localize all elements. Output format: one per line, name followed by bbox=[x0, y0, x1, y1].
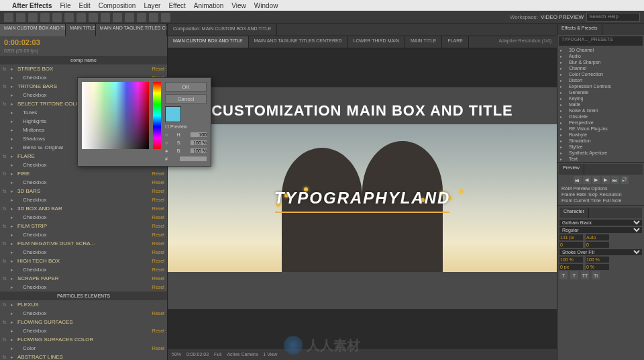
property-value[interactable]: Reset bbox=[138, 206, 164, 211]
project-tab-1[interactable]: MAIN TITLE bbox=[66, 24, 96, 36]
effect-category[interactable]: ▸Obsolete bbox=[557, 114, 644, 120]
font-size-input[interactable] bbox=[559, 234, 583, 240]
twirl-icon[interactable]: ▸ bbox=[11, 232, 17, 238]
bright-input[interactable] bbox=[191, 148, 207, 153]
timecode-display[interactable]: 0:00:02:03 bbox=[0, 36, 167, 48]
last-frame-button[interactable]: ⏭ bbox=[611, 176, 619, 184]
twirl-icon[interactable]: ▸ bbox=[11, 302, 17, 308]
twirl-icon[interactable]: ▸ bbox=[11, 250, 17, 255]
twirl-icon[interactable]: ▸ bbox=[11, 163, 17, 168]
clone-tool-icon[interactable] bbox=[125, 13, 134, 22]
property-name[interactable]: Checkbox bbox=[17, 232, 138, 238]
property-name[interactable]: FIRE bbox=[17, 171, 138, 177]
property-name[interactable]: 3D BARS bbox=[17, 188, 138, 194]
property-name[interactable]: STRIPES BOX bbox=[17, 66, 138, 72]
help-search-input[interactable]: Search Help bbox=[586, 13, 640, 21]
twirl-icon[interactable]: ▸ bbox=[11, 101, 17, 107]
roto-tool-icon[interactable] bbox=[149, 13, 158, 22]
property-value[interactable]: Reset bbox=[138, 285, 164, 289]
twirl-icon[interactable]: ▸ bbox=[11, 75, 17, 81]
twirl-icon[interactable]: ▸ bbox=[11, 267, 17, 273]
tsume-input[interactable] bbox=[586, 264, 609, 270]
property-name[interactable]: Checkbox bbox=[17, 179, 138, 185]
twirl-icon[interactable]: ▸ bbox=[11, 285, 17, 290]
twirl-icon[interactable]: ▸ bbox=[11, 224, 17, 229]
property-value[interactable]: Reset bbox=[138, 180, 164, 185]
effects-search-input[interactable]: TYPOGRA..._PRESETS bbox=[559, 36, 643, 46]
preview-checkbox[interactable]: ☐ Preview bbox=[165, 124, 207, 130]
ok-button[interactable]: OK bbox=[165, 82, 207, 92]
effect-category[interactable]: ▸Matte bbox=[557, 101, 644, 107]
twirl-icon[interactable]: ▸ bbox=[11, 189, 17, 194]
effect-category[interactable]: ▸Keying bbox=[557, 95, 644, 101]
zoom-tool-icon[interactable] bbox=[28, 13, 38, 22]
kerning-input[interactable] bbox=[559, 242, 583, 248]
twirl-icon[interactable]: ▸ bbox=[11, 128, 17, 133]
property-name[interactable]: Checkbox bbox=[17, 267, 138, 273]
property-value[interactable]: Reset bbox=[138, 189, 164, 193]
twirl-icon[interactable]: ▸ bbox=[11, 93, 17, 98]
type-tool-icon[interactable] bbox=[101, 13, 110, 22]
viewport-timecode[interactable]: 0:00:02:03 bbox=[186, 352, 209, 357]
selection-tool-icon[interactable] bbox=[4, 13, 13, 22]
property-value[interactable]: Reset bbox=[138, 197, 164, 202]
effect-category[interactable]: ▸Distort bbox=[557, 77, 644, 83]
twirl-icon[interactable]: ▸ bbox=[11, 119, 17, 124]
comp-tab-2[interactable]: LOWER THIRD MAIN bbox=[348, 36, 405, 48]
caps-button[interactable]: TT bbox=[581, 271, 589, 279]
property-value[interactable]: Reset bbox=[138, 224, 164, 228]
twirl-icon[interactable]: ▸ bbox=[11, 136, 17, 142]
twirl-icon[interactable]: ▸ bbox=[11, 215, 17, 220]
menu-layer[interactable]: Layer bbox=[144, 2, 160, 9]
hex-input[interactable] bbox=[180, 156, 207, 161]
effect-category[interactable]: ▸Text bbox=[557, 156, 644, 162]
property-name[interactable]: FILM STRIP bbox=[17, 223, 138, 229]
resolution-selector[interactable]: Full bbox=[214, 352, 221, 357]
menu-effect[interactable]: Effect bbox=[168, 2, 185, 9]
effect-category[interactable]: ▸Color Correction bbox=[557, 71, 644, 77]
effect-category[interactable]: ▸Simulation bbox=[557, 138, 644, 144]
effect-category[interactable]: ▸Perspective bbox=[557, 120, 644, 126]
property-value[interactable]: Reset bbox=[138, 267, 164, 272]
effect-category[interactable]: ▸Rowbyte bbox=[557, 132, 644, 138]
zoom-selector[interactable]: 50% bbox=[172, 352, 181, 357]
effect-category[interactable]: ▸Synthetic Aperture bbox=[557, 150, 644, 156]
property-name[interactable]: Checkbox bbox=[17, 197, 138, 203]
effect-category[interactable]: ▸Stylize bbox=[557, 144, 644, 150]
twirl-icon[interactable]: ▸ bbox=[11, 110, 17, 116]
twirl-icon[interactable]: ▸ bbox=[11, 241, 17, 246]
project-tab-2[interactable]: MAIN AND TAGLINE TITLES CEN... bbox=[96, 24, 167, 36]
menu-composition[interactable]: Composition bbox=[99, 2, 136, 9]
baseline-input[interactable] bbox=[559, 264, 583, 270]
property-name[interactable]: Color bbox=[17, 345, 138, 351]
property-name[interactable]: Checkbox bbox=[17, 284, 138, 290]
twirl-icon[interactable]: ▸ bbox=[11, 66, 17, 72]
twirl-icon[interactable]: ▸ bbox=[11, 154, 17, 159]
menu-edit[interactable]: Edit bbox=[79, 2, 91, 9]
hand-tool-icon[interactable] bbox=[16, 13, 25, 22]
property-name[interactable]: FILM NEGATIVE DUST SCRA... bbox=[17, 240, 138, 246]
menu-view[interactable]: View bbox=[231, 2, 246, 9]
comp-tab-3[interactable]: MAIN TITLE bbox=[405, 36, 442, 48]
property-value[interactable]: Reset bbox=[138, 328, 164, 333]
project-tab-0[interactable]: MAIN CUSTOM BOX AND TITLE bbox=[0, 24, 66, 36]
twirl-icon[interactable]: ▸ bbox=[11, 180, 17, 185]
bold-button[interactable]: T bbox=[559, 271, 568, 279]
pan-behind-tool-icon[interactable] bbox=[64, 13, 74, 22]
effect-category[interactable]: ▸Expression Controls bbox=[557, 83, 644, 89]
property-name[interactable]: ABSTRACT LINES bbox=[17, 354, 138, 360]
hscale-input[interactable] bbox=[586, 257, 609, 263]
twirl-icon[interactable]: ▸ bbox=[11, 328, 17, 334]
camera-selector[interactable]: Active Camera bbox=[227, 352, 258, 357]
property-value[interactable]: Reset bbox=[138, 171, 164, 176]
italic-button[interactable]: T bbox=[570, 271, 578, 279]
twirl-icon[interactable]: ▸ bbox=[11, 276, 17, 281]
twirl-icon[interactable]: ▸ bbox=[11, 84, 17, 89]
mask-tool-icon[interactable] bbox=[76, 13, 86, 22]
first-frame-button[interactable]: ⏮ bbox=[574, 176, 582, 184]
property-value[interactable]: Reset bbox=[138, 346, 164, 351]
effect-category[interactable]: ▸Blur & Sharpen bbox=[557, 59, 644, 65]
vscale-input[interactable] bbox=[559, 257, 583, 263]
property-value[interactable]: Reset bbox=[138, 241, 164, 246]
view-selector[interactable]: 1 View bbox=[263, 352, 277, 357]
